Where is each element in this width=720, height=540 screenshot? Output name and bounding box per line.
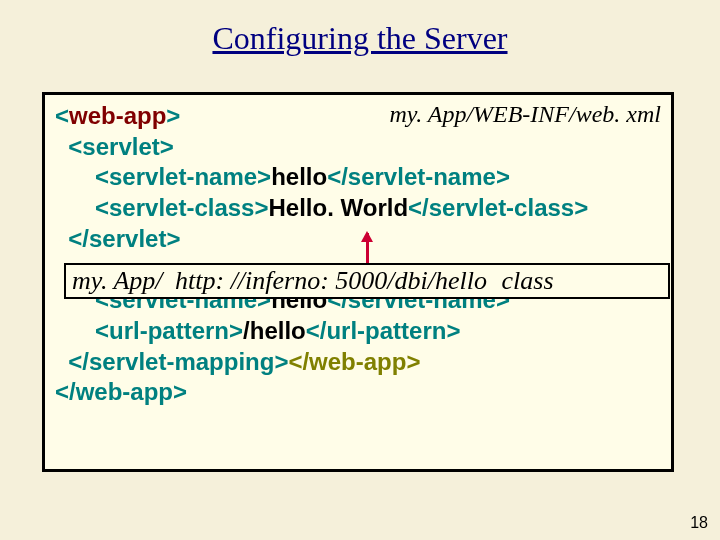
annotation-right: class <box>502 266 554 295</box>
annotation-url: http: //inferno: 5000/dbi/hello <box>175 266 487 295</box>
code-token: <servlet> <box>55 133 174 160</box>
code-line: <url-pattern>/hello</url-pattern> <box>55 316 661 347</box>
code-line: <servlet-name>hello</servlet-name> <box>55 162 661 193</box>
file-path-label: my. App/WEB-INF/web. xml <box>390 99 662 130</box>
code-line: <servlet-class>Hello. World</servlet-cla… <box>55 193 661 224</box>
annotation-box: my. App/ http: //inferno: 5000/dbi/hello… <box>64 263 670 299</box>
slide-title: Configuring the Server <box>0 0 720 75</box>
code-line: </servlet> <box>55 224 661 255</box>
code-token: </web-app> <box>288 348 420 375</box>
code-line: <servlet> <box>55 132 661 163</box>
code-token: </servlet-mapping> <box>55 348 288 375</box>
code-line: </servlet-mapping></web-app> <box>55 347 661 378</box>
code-token: > <box>166 102 180 129</box>
arrow-icon <box>366 233 369 263</box>
code-token: web-app <box>69 102 166 129</box>
code-token: </url-pattern> <box>306 317 461 344</box>
code-token: hello <box>271 163 327 190</box>
code-token: <servlet-class> <box>55 194 268 221</box>
code-token: </servlet-name> <box>327 163 510 190</box>
code-token: </servlet> <box>55 225 180 252</box>
code-token: </web-app> <box>55 378 187 405</box>
page-number: 18 <box>690 514 708 532</box>
code-token: < <box>55 102 69 129</box>
code-token: /hello <box>243 317 306 344</box>
code-token: <url-pattern> <box>55 317 243 344</box>
code-token: Hello. World <box>268 194 408 221</box>
code-line: </web-app> <box>55 377 661 408</box>
code-token: <servlet-name> <box>55 163 271 190</box>
code-token: </servlet-class> <box>408 194 588 221</box>
annotation-left: my. App/ <box>72 266 163 295</box>
